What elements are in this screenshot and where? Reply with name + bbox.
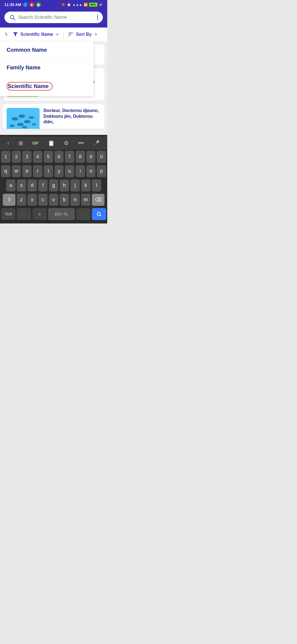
key-2[interactable]: 2 bbox=[12, 151, 21, 163]
status-time: 11:35 AM bbox=[4, 2, 21, 7]
selected-circle: Scientific Name bbox=[7, 82, 53, 91]
keyboard-rows: 1 2 3 4 5 6 7 8 9 0 q w e r t y u i o p … bbox=[0, 150, 107, 223]
chevron-down-icon bbox=[55, 32, 60, 37]
key-m[interactable]: m bbox=[81, 194, 90, 206]
svg-point-14 bbox=[29, 116, 34, 119]
search-key[interactable] bbox=[92, 208, 106, 220]
clipboard-button[interactable]: 📋 bbox=[46, 139, 57, 148]
fish-card-3[interactable]: Docteur, Doctorou djeunn, Doktooru jën, … bbox=[3, 104, 105, 129]
filter-icon bbox=[4, 31, 10, 37]
fish-school-svg bbox=[7, 108, 40, 129]
key-e[interactable]: e bbox=[22, 165, 32, 177]
key-c[interactable]: c bbox=[38, 194, 48, 206]
mic-button[interactable]: 🎤 bbox=[91, 139, 102, 148]
svg-point-12 bbox=[24, 120, 31, 123]
key-0[interactable]: 0 bbox=[97, 151, 106, 163]
key-i[interactable]: i bbox=[76, 165, 85, 177]
filter-bar: Scientific Name Sort By bbox=[0, 28, 107, 42]
keyboard: ‹ ⊞ GIF 📋 ⚙ ••• 🎤 1 2 3 4 5 6 7 8 9 0 q … bbox=[0, 135, 107, 223]
status-icons: 🔕 ⏰ ▲▲▲ 📶 89% ⚡ bbox=[61, 3, 103, 7]
search-icon bbox=[9, 14, 15, 20]
key-s[interactable]: s bbox=[17, 179, 26, 192]
filter-option-scientific-name[interactable]: Scientific Name bbox=[0, 77, 94, 96]
backspace-key[interactable]: ⌫ bbox=[92, 194, 105, 206]
key-o[interactable]: o bbox=[86, 165, 96, 177]
key-z[interactable]: z bbox=[17, 194, 26, 206]
svg-point-11 bbox=[18, 114, 25, 118]
back-button[interactable]: ‹ bbox=[5, 139, 12, 147]
fish-info-3: Docteur, Doctorou djeunn, Doktooru jën, … bbox=[43, 108, 101, 125]
sort-chevron-icon bbox=[94, 32, 98, 37]
svg-line-19 bbox=[100, 215, 101, 217]
charging-icon: ⚡ bbox=[99, 3, 103, 7]
keyboard-toolbar: ‹ ⊞ GIF 📋 ⚙ ••• 🎤 bbox=[0, 137, 107, 150]
key-q[interactable]: q bbox=[1, 165, 10, 177]
rec-icon: ▶ bbox=[29, 2, 34, 7]
svg-point-16 bbox=[22, 126, 27, 129]
space-key[interactable]: EN • TL bbox=[48, 208, 75, 220]
key-1[interactable]: 1 bbox=[1, 151, 10, 163]
svg-point-17 bbox=[32, 123, 37, 125]
more-button[interactable]: ••• bbox=[76, 139, 86, 147]
filter-option-family-name[interactable]: Family Name bbox=[0, 59, 94, 77]
key-v[interactable]: v bbox=[49, 194, 58, 206]
key-t[interactable]: t bbox=[44, 165, 53, 177]
filter-section: Scientific Name Sort By Common Name Fami… bbox=[0, 28, 107, 42]
key-3[interactable]: 3 bbox=[22, 151, 32, 163]
search-bar[interactable] bbox=[4, 12, 103, 23]
key-x[interactable]: x bbox=[28, 194, 37, 206]
key-r[interactable]: r bbox=[33, 165, 42, 177]
key-k[interactable]: k bbox=[81, 179, 90, 192]
cursor bbox=[97, 15, 98, 20]
row-q: q w e r t y u i o p bbox=[1, 165, 106, 177]
app-icon: ◉ bbox=[36, 2, 41, 7]
number-row: 1 2 3 4 5 6 7 8 9 0 bbox=[1, 151, 106, 163]
key-a[interactable]: a bbox=[6, 179, 15, 192]
svg-line-1 bbox=[13, 18, 15, 20]
key-b[interactable]: b bbox=[60, 194, 69, 206]
key-j[interactable]: j bbox=[70, 179, 80, 192]
fish-common-3: Docteur, Doctorou djeunn, Doktooru jën, … bbox=[43, 108, 101, 125]
row-a: a s d f g h j k l bbox=[1, 179, 106, 192]
settings-button[interactable]: ⚙ bbox=[62, 139, 71, 148]
key-7[interactable]: 7 bbox=[65, 151, 74, 163]
row-z: ⇧ z x c v b n m ⌫ bbox=[1, 194, 106, 206]
shift-key[interactable]: ⇧ bbox=[3, 194, 15, 206]
key-y[interactable]: y bbox=[54, 165, 64, 177]
wifi-icon: 📶 bbox=[84, 3, 88, 7]
key-4[interactable]: 4 bbox=[33, 151, 42, 163]
filter-label: Scientific Name bbox=[20, 32, 53, 37]
key-f[interactable]: f bbox=[38, 179, 48, 192]
key-h[interactable]: h bbox=[60, 179, 69, 192]
svg-point-18 bbox=[97, 212, 100, 215]
key-w[interactable]: w bbox=[12, 165, 21, 177]
filter-dropdown-trigger[interactable]: Scientific Name bbox=[4, 31, 60, 37]
emoji-key[interactable]: ☺ bbox=[32, 208, 47, 220]
key-5[interactable]: 5 bbox=[44, 151, 53, 163]
sort-dropdown-trigger[interactable]: Sort By bbox=[68, 31, 98, 37]
numbers-key[interactable]: ?123 bbox=[1, 208, 15, 220]
key-6[interactable]: 6 bbox=[54, 151, 64, 163]
svg-point-13 bbox=[17, 123, 24, 126]
key-d[interactable]: d bbox=[28, 179, 37, 192]
search-input[interactable] bbox=[18, 15, 94, 20]
filter-option-common-name[interactable]: Common Name bbox=[0, 41, 94, 59]
key-g[interactable]: g bbox=[49, 179, 58, 192]
gif-button[interactable]: GIF bbox=[30, 140, 41, 146]
key-9[interactable]: 9 bbox=[86, 151, 96, 163]
sort-icon bbox=[68, 31, 74, 37]
fish-image-3 bbox=[7, 108, 40, 129]
battery-badge: 89% bbox=[89, 3, 97, 7]
key-u[interactable]: u bbox=[65, 165, 74, 177]
key-n[interactable]: n bbox=[70, 194, 80, 206]
comma-key[interactable]: , bbox=[17, 208, 31, 220]
period-key[interactable]: . bbox=[76, 208, 90, 220]
fb-icon: f bbox=[23, 2, 28, 7]
sticker-button[interactable]: ⊞ bbox=[16, 139, 25, 148]
svg-point-10 bbox=[12, 117, 18, 121]
key-8[interactable]: 8 bbox=[76, 151, 85, 163]
filter-dropdown: Common Name Family Name Scientific Name bbox=[0, 41, 94, 96]
key-l[interactable]: l bbox=[92, 179, 101, 192]
key-p[interactable]: p bbox=[97, 165, 106, 177]
svg-point-15 bbox=[9, 124, 15, 127]
